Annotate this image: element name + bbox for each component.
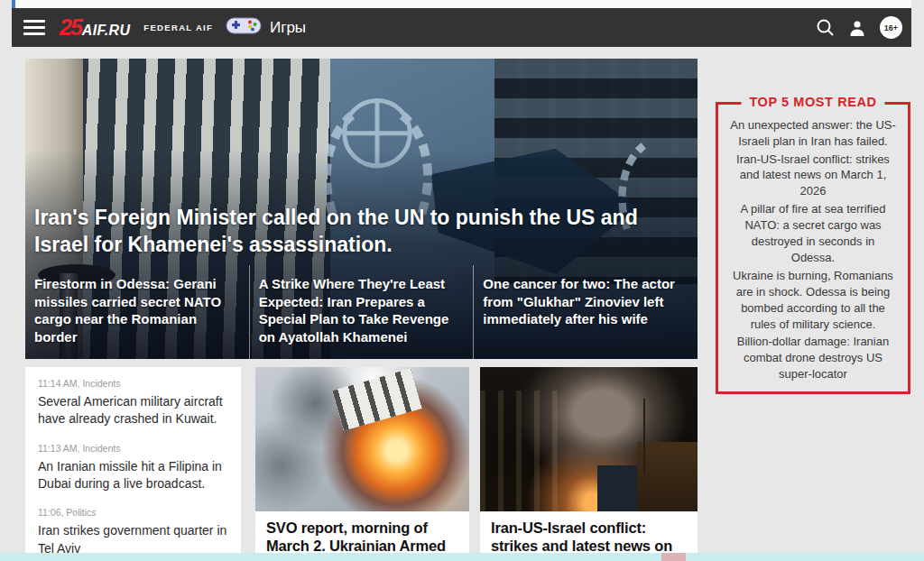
news-item[interactable]: 11:06, Politics Iran strikes government … xyxy=(38,507,228,557)
nav-games[interactable]: Игры xyxy=(226,14,306,41)
search-icon[interactable] xyxy=(816,18,835,37)
news-meta: 11:13 AM, Incidents xyxy=(38,443,228,454)
gamepad-icon xyxy=(226,14,262,41)
top5-item[interactable]: Iran-US-Israel conflict: strikes and lat… xyxy=(730,152,896,200)
top5-most-read-panel: TOP 5 MOST READ An unexpected answer: th… xyxy=(716,102,910,394)
card-title[interactable]: SVO report, morning of March 2. Ukrainia… xyxy=(266,520,458,556)
header-actions: 16+ xyxy=(816,16,902,39)
top5-item[interactable]: A pillar of fire at sea terrified NATO: … xyxy=(730,201,896,266)
horizontal-scrollbar[interactable] xyxy=(0,553,924,561)
top5-list: An unexpected answer: the US-Israeli pla… xyxy=(718,105,908,391)
article-card-conflict-news[interactable]: Iran-US-Israel conflict: strikes and lat… xyxy=(480,367,698,561)
header: 25 AIF.RU FEDERAL AIF Игры xyxy=(12,8,911,47)
card-image-explosion xyxy=(255,367,469,511)
hero-subheadlines: Firestorm in Odessa: Gerani missiles car… xyxy=(25,265,698,359)
top5-title: TOP 5 MOST READ xyxy=(741,95,884,109)
news-meta: 11:14 AM, Incidents xyxy=(38,378,228,389)
news-item[interactable]: 11:14 AM, Incidents Several American mil… xyxy=(38,378,228,428)
news-title[interactable]: Several American military aircraft have … xyxy=(38,393,228,428)
card-image-night-city xyxy=(480,367,698,511)
logo-aif: AIF.RU xyxy=(82,23,130,39)
hero-subheadline-1[interactable]: Firestorm in Odessa: Gerani missiles car… xyxy=(25,265,249,359)
hero-subheadline-2[interactable]: A Strike Where They're Least Expected: I… xyxy=(249,265,474,359)
hero-subheadline-3[interactable]: One cancer for two: The actor from "Gluk… xyxy=(473,265,698,359)
news-feed: 11:14 AM, Incidents Several American mil… xyxy=(25,367,241,561)
top-strip xyxy=(12,0,911,8)
menu-icon[interactable] xyxy=(23,20,45,35)
top5-item[interactable]: Ukraine is burning, Romanians are in sho… xyxy=(730,268,896,333)
hero-article[interactable]: Iran's Foreign Minister called on the UN… xyxy=(25,59,698,359)
news-meta: 11:06, Politics xyxy=(38,507,228,518)
page: 25 AIF.RU FEDERAL AIF Игры xyxy=(0,0,924,561)
news-title[interactable]: An Iranian missile hit a Filipina in Dub… xyxy=(38,458,228,493)
top5-item[interactable]: An unexpected answer: the US-Israeli pla… xyxy=(730,117,896,150)
news-item[interactable]: 11:13 AM, Incidents An Iranian missile h… xyxy=(38,443,228,493)
hero-headline[interactable]: Iran's Foreign Minister called on the UN… xyxy=(34,205,685,258)
card-title[interactable]: Iran-US-Israel conflict: strikes and lat… xyxy=(491,520,687,556)
top5-item[interactable]: Billion-dollar damage: Iranian combat dr… xyxy=(730,334,896,382)
age-rating-badge: 16+ xyxy=(880,16,902,39)
site-logo[interactable]: 25 AIF.RU xyxy=(60,16,130,39)
scrollbar-thumb[interactable] xyxy=(661,553,686,561)
logo-25: 25 xyxy=(60,16,81,39)
article-card-svo-report[interactable]: SVO report, morning of March 2. Ukrainia… xyxy=(255,367,469,561)
games-label: Игры xyxy=(270,19,306,37)
user-icon[interactable] xyxy=(848,19,866,37)
federal-aif-link[interactable]: FEDERAL AIF xyxy=(143,23,213,32)
